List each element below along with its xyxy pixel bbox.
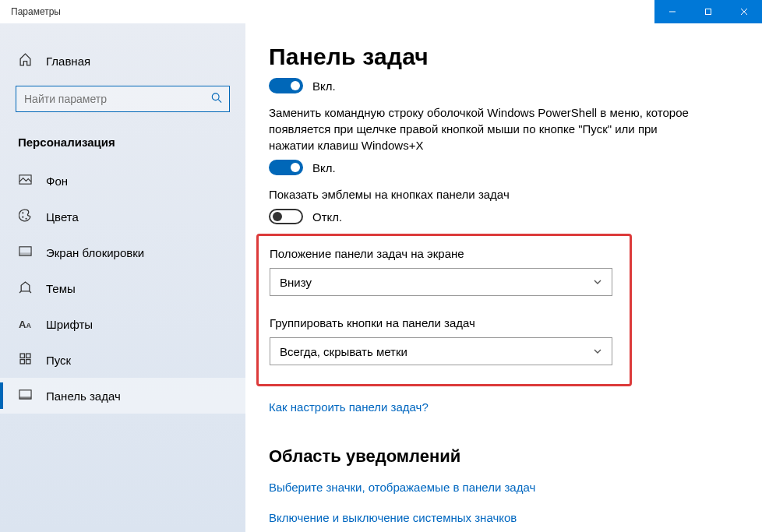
sidebar-item-fonts[interactable]: AA Шрифты (0, 306, 245, 342)
system-icons-link[interactable]: Включение и выключение системных значков (269, 511, 732, 524)
titlebar: Параметры (0, 0, 762, 23)
toggle-powershell[interactable] (269, 160, 303, 175)
svg-point-8 (22, 217, 23, 218)
taskbar-icon (18, 389, 32, 403)
home-label: Главная (46, 55, 90, 68)
svg-point-4 (212, 93, 219, 100)
svg-rect-11 (19, 252, 30, 255)
maximize-button[interactable] (690, 0, 726, 23)
sidebar-item-label: Фон (46, 174, 68, 188)
highlight-annotation: Положение панели задач на экране Внизу Г… (256, 234, 632, 386)
dropdown-value: Всегда, скрывать метки (280, 345, 407, 358)
dropdown-value: Внизу (280, 276, 312, 289)
sidebar-item-start[interactable]: Пуск (0, 342, 245, 378)
help-link[interactable]: Как настроить панели задач? (269, 400, 732, 414)
fonts-icon: AA (18, 319, 32, 330)
chevron-down-icon (593, 276, 602, 289)
badges-label: Показать эмблемы на кнопках панели задач (269, 186, 705, 203)
search-input[interactable] (16, 86, 230, 112)
svg-rect-17 (19, 396, 30, 399)
sidebar-item-colors[interactable]: Цвета (0, 199, 245, 234)
group-label: Группировать кнопки на панели задач (270, 316, 617, 329)
sidebar-item-label: Темы (46, 282, 76, 295)
svg-point-7 (22, 212, 23, 213)
picture-icon (18, 174, 32, 188)
sidebar-item-lockscreen[interactable]: Экран блокировки (0, 234, 245, 270)
position-dropdown[interactable]: Внизу (270, 268, 612, 296)
toggle-state-label: Откл. (312, 210, 342, 224)
position-label: Положение панели задач на экране (270, 247, 617, 260)
chevron-down-icon (593, 345, 602, 358)
toggle-badges[interactable] (269, 209, 303, 224)
group-dropdown[interactable]: Всегда, скрывать метки (270, 337, 612, 365)
window-title: Параметры (0, 6, 654, 17)
sidebar-item-label: Шрифты (46, 318, 93, 331)
minimize-button[interactable] (654, 0, 690, 23)
svg-line-5 (218, 100, 221, 103)
sidebar-item-label: Пуск (46, 354, 71, 367)
sidebar-item-background[interactable]: Фон (0, 163, 245, 199)
content-pane: Панель задач Вкл. Заменить командную стр… (245, 23, 762, 532)
start-icon (18, 353, 32, 367)
toggle-general[interactable] (269, 78, 303, 93)
window-controls (654, 0, 762, 23)
search-icon (211, 93, 222, 106)
sidebar-item-themes[interactable]: Темы (0, 270, 245, 306)
select-icons-link[interactable]: Выберите значки, отображаемые в панели з… (269, 481, 732, 494)
svg-point-9 (25, 218, 26, 220)
home-icon (18, 53, 32, 69)
themes-icon (18, 280, 32, 296)
sidebar-item-label: Экран блокировки (46, 246, 144, 259)
svg-rect-15 (26, 360, 30, 364)
toggle-state-label: Вкл. (312, 79, 336, 93)
sidebar-item-taskbar[interactable]: Панель задач (0, 378, 245, 414)
sidebar-item-label: Цвета (46, 210, 79, 224)
close-button[interactable] (726, 0, 762, 23)
sidebar: Главная Персонализация Фон (0, 23, 245, 532)
category-heading: Персонализация (0, 128, 245, 163)
home-nav[interactable]: Главная (0, 44, 245, 78)
svg-rect-13 (26, 354, 30, 358)
svg-rect-1 (706, 9, 711, 15)
svg-rect-12 (20, 354, 24, 358)
lockscreen-icon (18, 245, 32, 259)
notification-area-heading: Область уведомлений (269, 446, 732, 467)
svg-rect-14 (20, 360, 24, 364)
toggle-state-label: Вкл. (312, 161, 336, 174)
page-title: Панель задач (269, 44, 732, 70)
sidebar-item-label: Панель задач (46, 389, 121, 403)
palette-icon (18, 209, 32, 224)
powershell-description: Заменить командную строку оболочкой Wind… (269, 104, 705, 153)
